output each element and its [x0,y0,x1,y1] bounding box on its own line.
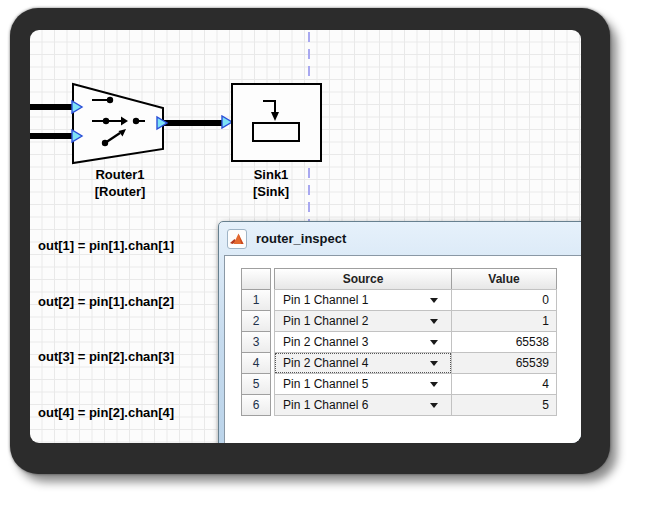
row-number-4[interactable]: 4 [241,352,271,374]
routing-annotation: out[1] = pin[1].chan[1] out[2] = pin[1].… [38,200,174,443]
picture-frame: Router1 [Router] Sink1 [Sink] out[1] = p… [10,8,610,474]
value-cell-5[interactable]: 4 [451,373,557,395]
value-column-header[interactable]: Value [451,268,557,290]
table-row: Pin 1 Channel 2 1 [274,310,557,332]
model-canvas[interactable]: Router1 [Router] Sink1 [Sink] out[1] = p… [30,30,581,443]
window-titlebar[interactable]: router_inspect [219,222,581,255]
table-row: Pin 1 Channel 6 5 [274,394,557,416]
source-cell-2[interactable]: Pin 1 Channel 2 [274,310,452,332]
dropdown-caret-icon[interactable] [430,298,438,303]
source-cell-4[interactable]: Pin 2 Channel 4 [274,352,452,374]
value-cell-1[interactable]: 0 [451,289,557,311]
sink-block-label: Sink1 [Sink] [219,166,323,200]
value-cell-4[interactable]: 65539 [451,352,557,374]
router-inspect-window[interactable]: router_inspect 1 2 3 4 5 6 [218,221,581,443]
source-column-header[interactable]: Source [274,268,452,290]
dropdown-caret-icon[interactable] [430,361,438,366]
source-text: Pin 1 Channel 1 [283,293,368,307]
table-row: Pin 2 Channel 4 65539 [274,352,557,374]
annotation-line: out[1] = pin[1].chan[1] [38,237,174,256]
annotation-line: out[3] = pin[2].chan[3] [38,348,174,367]
source-cell-5[interactable]: Pin 1 Channel 5 [274,373,452,395]
table-header-row: Source Value [274,268,557,290]
table-row: Pin 2 Channel 3 65538 [274,331,557,353]
value-cell-6[interactable]: 5 [451,394,557,416]
source-text: Pin 1 Channel 5 [283,377,368,391]
dropdown-caret-icon[interactable] [430,403,438,408]
source-cell-1[interactable]: Pin 1 Channel 1 [274,289,452,311]
annotation-line: out[4] = pin[2].chan[4] [38,404,174,423]
router-class: [Router] [58,183,182,200]
sink-class: [Sink] [219,183,323,200]
matlab-logo-icon [227,229,247,249]
row-number-3[interactable]: 3 [241,331,271,353]
sink-name: Sink1 [219,166,323,183]
sink-block[interactable] [231,83,323,163]
source-text: Pin 1 Channel 2 [283,314,368,328]
row-number-2[interactable]: 2 [241,310,271,332]
source-text: Pin 1 Channel 6 [283,398,368,412]
row-number-5[interactable]: 5 [241,373,271,395]
corner-header-cell [241,268,271,290]
table-row: Pin 1 Channel 5 4 [274,373,557,395]
row-number-1[interactable]: 1 [241,289,271,311]
row-number-column: 1 2 3 4 5 6 [241,268,271,416]
source-text: Pin 2 Channel 4 [283,356,368,370]
router-trapezoid[interactable] [73,84,163,163]
router-block[interactable] [68,80,172,168]
value-cell-2[interactable]: 1 [451,310,557,332]
source-cell-6[interactable]: Pin 1 Channel 6 [274,394,452,416]
screenshot: Router1 [Router] Sink1 [Sink] out[1] = p… [0,0,645,506]
table-row: Pin 1 Channel 1 0 [274,289,557,311]
dropdown-caret-icon[interactable] [430,319,438,324]
window-title: router_inspect [256,231,346,246]
annotation-line: out[2] = pin[1].chan[2] [38,293,174,312]
table-main-columns: Source Value Pin 1 Channel 1 0 Pin 1 Cha… [274,268,557,416]
source-value-table: 1 2 3 4 5 6 Source Value [241,268,557,416]
dropdown-caret-icon[interactable] [430,340,438,345]
source-cell-3[interactable]: Pin 2 Channel 3 [274,331,452,353]
value-cell-3[interactable]: 65538 [451,331,557,353]
router-block-label: Router1 [Router] [58,166,182,200]
dropdown-caret-icon[interactable] [430,382,438,387]
router-name: Router1 [58,166,182,183]
window-body: 1 2 3 4 5 6 Source Value [224,255,581,443]
source-text: Pin 2 Channel 3 [283,335,368,349]
row-number-6[interactable]: 6 [241,394,271,416]
